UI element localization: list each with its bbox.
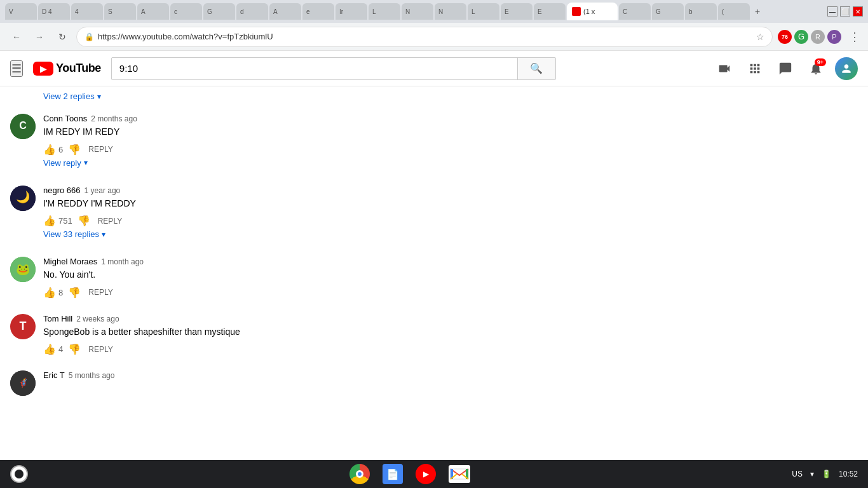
comment-header: negro 666 1 year ago [43, 186, 858, 195]
comment-tom-hill: T Tom Hill 2 weeks ago SpongeBob is a be… [10, 306, 858, 363]
tab-bar: V D 4 4 S A c G d A e Ir L N N L E E (1 … [5, 3, 825, 20]
new-tab-button[interactable]: + [751, 3, 783, 20]
reload-button[interactable]: ↻ [53, 28, 71, 46]
back-button[interactable]: ← [8, 28, 25, 46]
comment-author[interactable]: Tom Hill [43, 314, 72, 323]
like-count: 8 [58, 288, 63, 297]
thumbs-down-icon: 👎 [78, 215, 90, 227]
comment-author[interactable]: Eric T [43, 370, 65, 380]
tab-l[interactable]: L [369, 3, 400, 20]
reply-button[interactable]: REPLY [88, 288, 112, 297]
tab-4[interactable]: 4 [71, 3, 103, 20]
comment-header: Conn Toons 2 months ago [43, 114, 858, 123]
svg-text:🌙: 🌙 [16, 189, 31, 203]
comment-content-eric-t: Eric T 5 months ago [43, 370, 858, 396]
user-avatar[interactable] [835, 57, 858, 80]
search-bar[interactable]: 🔍 [111, 57, 556, 80]
comment-time: 1 year ago [85, 186, 121, 195]
like-count: 4 [58, 344, 63, 354]
comment-content-mighel-moraes: Mighel Moraes 1 month ago No. You ain't.… [43, 257, 858, 299]
ext-purple-icon[interactable]: P [827, 30, 841, 44]
minimize-button[interactable]: — [827, 6, 837, 17]
view-2-replies-button[interactable]: View 2 replies ▾ [43, 86, 858, 106]
tab-active[interactable]: (1 x [567, 3, 618, 20]
tab-d[interactable]: D 4 [38, 3, 70, 20]
bookmark-icon[interactable]: ☆ [756, 32, 764, 42]
svg-text:🦸: 🦸 [18, 377, 29, 388]
notifications-button[interactable]: 9+ [804, 57, 827, 80]
comment-time: 1 month ago [101, 257, 144, 266]
comment-actions: 👍 4 👎 REPLY [43, 343, 858, 355]
tab-e2[interactable]: E [501, 3, 532, 20]
like-button[interactable]: 👍 8 [43, 287, 63, 299]
tab-e3[interactable]: E [534, 3, 566, 20]
hamburger-menu-button[interactable]: ☰ [10, 60, 23, 77]
search-button[interactable]: 🔍 [517, 58, 555, 79]
view-2-replies-label: View 2 replies [43, 92, 95, 101]
browser-titlebar: V D 4 4 S A c G d A e Ir L N N L E E (1 … [0, 0, 868, 23]
close-button[interactable]: ✕ [853, 6, 863, 17]
view-reply-button[interactable]: View reply ▾ [43, 156, 858, 170]
tab-g2[interactable]: G [652, 3, 684, 20]
avatar-eric-t[interactable]: 🦸 [10, 370, 36, 396]
forward-button[interactable]: → [31, 28, 48, 46]
view-reply-label: View reply [43, 158, 81, 168]
view-33-replies-button[interactable]: View 33 replies ▾ [43, 227, 858, 241]
ext-badge-icon[interactable]: 76 [778, 30, 792, 44]
tab-s[interactable]: S [104, 3, 136, 20]
thumbs-up-icon: 👍 [43, 343, 56, 355]
tab-d2[interactable]: d [236, 3, 268, 20]
tab-a2[interactable]: A [269, 3, 301, 20]
lock-icon: 🔒 [85, 32, 94, 41]
comment-author[interactable]: Conn Toons [43, 114, 87, 123]
youtube-wordmark: YouTube [56, 62, 101, 75]
messages-button[interactable] [774, 57, 797, 80]
chevron-down-icon: ▾ [97, 92, 101, 101]
avatar-tom-hill[interactable]: T [10, 314, 36, 339]
tab-v[interactable]: V [5, 3, 37, 20]
dislike-button[interactable]: 👎 [68, 287, 81, 299]
like-button[interactable]: 👍 6 [43, 144, 63, 156]
ext-gray-icon[interactable]: R [811, 30, 825, 44]
dislike-button[interactable]: 👎 [68, 144, 81, 156]
avatar-mighel-moraes[interactable]: 🐸 [10, 257, 36, 282]
youtube-logo[interactable]: ▶ YouTube [33, 62, 101, 76]
url-bar[interactable]: 🔒 https://www.youtube.com/watch?v=fpTzbk… [76, 27, 773, 47]
avatar-negro-666[interactable]: 🌙 [10, 186, 36, 211]
tab-paren[interactable]: ( [718, 3, 750, 20]
dislike-button[interactable]: 👎 [78, 215, 90, 227]
tab-ir[interactable]: Ir [336, 3, 367, 20]
tab-g[interactable]: G [203, 3, 235, 20]
tab-b[interactable]: b [685, 3, 717, 20]
comment-author[interactable]: negro 666 [43, 186, 81, 195]
tab-n2[interactable]: N [435, 3, 466, 20]
comment-text: No. You ain't. [43, 269, 858, 281]
dislike-button[interactable]: 👎 [68, 343, 81, 355]
comments-area: View 2 replies ▾ C Conn Toons 2 months a… [0, 86, 868, 460]
like-button[interactable]: 👍 4 [43, 343, 63, 355]
tab-c[interactable]: c [170, 3, 202, 20]
tab-e[interactable]: e [302, 3, 334, 20]
tab-c2[interactable]: C [619, 3, 651, 20]
comment-time: 2 weeks ago [76, 315, 119, 323]
tab-a[interactable]: A [137, 3, 169, 20]
upload-button[interactable] [713, 57, 736, 80]
reply-button[interactable]: REPLY [88, 345, 112, 354]
comment-header: Eric T 5 months ago [43, 370, 858, 380]
comment-mighel-moraes: 🐸 Mighel Moraes 1 month ago No. You ain'… [10, 249, 858, 306]
tab-n[interactable]: N [402, 3, 433, 20]
reply-button[interactable]: REPLY [88, 145, 112, 154]
tab-l2[interactable]: L [468, 3, 499, 20]
browser-menu-button[interactable]: ⋮ [849, 30, 860, 44]
search-input[interactable] [112, 58, 517, 79]
maximize-button[interactable]: ⬜ [840, 6, 850, 17]
reply-button[interactable]: REPLY [98, 217, 122, 226]
comment-author[interactable]: Mighel Moraes [43, 257, 97, 266]
like-button[interactable]: 👍 751 [43, 215, 72, 227]
ext-g-icon[interactable]: G [794, 30, 808, 44]
avatar-conn-toons[interactable]: C [10, 114, 36, 139]
apps-button[interactable] [743, 57, 766, 80]
thumbs-down-icon: 👎 [68, 343, 81, 355]
comment-actions: 👍 8 👎 REPLY [43, 287, 858, 299]
thumbs-down-icon: 👎 [68, 144, 81, 156]
